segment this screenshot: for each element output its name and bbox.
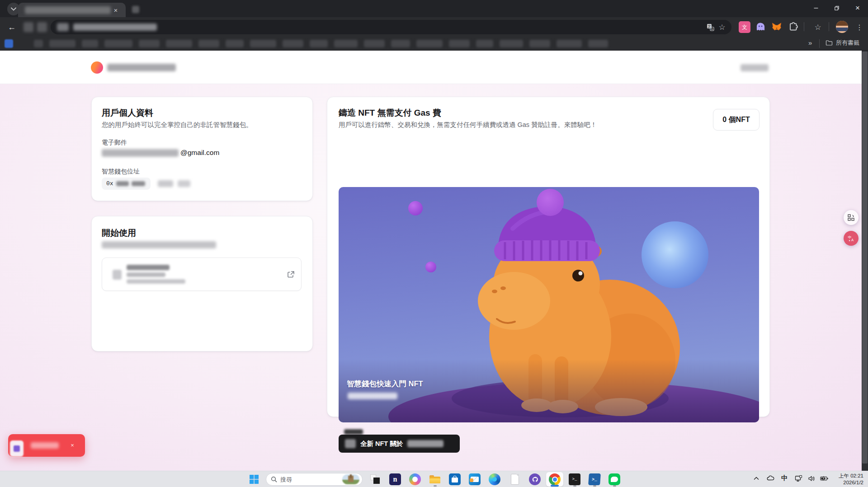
tray-ime-indicator[interactable]: 中 xyxy=(781,474,788,482)
taskbar-powershell-icon[interactable]: >_ xyxy=(588,473,601,485)
start-button[interactable] xyxy=(248,473,260,485)
bookmarks-overflow-button[interactable]: » xyxy=(808,39,812,47)
bookmark-items-redacted[interactable] xyxy=(34,40,608,47)
translate-page-icon[interactable]: 文A xyxy=(704,21,716,33)
tray-battery-icon[interactable] xyxy=(820,475,829,482)
taskbar-outlook-icon[interactable] xyxy=(469,473,481,485)
bookmarks-divider xyxy=(819,39,820,48)
taskbar-line-icon[interactable] xyxy=(609,473,620,485)
puzzle-icon xyxy=(788,21,798,32)
explorer-running-indicator xyxy=(434,485,437,487)
nft-image[interactable]: 智慧錢包快速入門 NFT xyxy=(339,187,759,422)
taskbar-search[interactable] xyxy=(266,473,363,486)
redacted-site-title xyxy=(107,64,176,71)
line-running-indicator xyxy=(613,485,616,487)
redacted-wallet-1 xyxy=(116,181,129,186)
forward-button-redacted[interactable] xyxy=(24,22,33,32)
redacted-wallet-action-2[interactable] xyxy=(178,180,190,187)
profile-avatar[interactable] xyxy=(836,21,848,33)
email-domain: @gmail.com xyxy=(180,149,219,157)
powershell-running-indicator xyxy=(593,485,596,487)
wallet-address-label: 智慧錢包位址 xyxy=(102,168,140,176)
wallet-address-prefix: 0x xyxy=(106,180,113,187)
tray-network-icon[interactable] xyxy=(795,475,802,482)
taskbar-chrome-icon[interactable] xyxy=(549,473,561,485)
search-icon xyxy=(271,476,277,482)
redacted-link-icon xyxy=(113,270,122,280)
tray-date: 2026/1/2 xyxy=(839,479,863,486)
redacted-start-description xyxy=(102,241,216,248)
avatar-mask xyxy=(836,28,848,31)
redacted-wallet-2 xyxy=(132,181,145,186)
taskbar-explorer-icon[interactable] xyxy=(429,473,441,485)
back-button[interactable]: ← xyxy=(5,21,18,33)
ghost-icon xyxy=(755,21,766,33)
translate-中A-icon: 中A xyxy=(847,234,855,242)
window-restore-button[interactable] xyxy=(826,0,847,16)
site-logo[interactable] xyxy=(91,61,103,74)
window-minimize-button[interactable] xyxy=(806,0,826,16)
grid-capture-icon xyxy=(848,214,855,221)
start-card-title: 開始使用 xyxy=(102,227,136,239)
reload-button-redacted[interactable] xyxy=(37,22,47,32)
browser-titlebar: × × xyxy=(0,0,868,17)
bookmark-star-icon[interactable]: ☆ xyxy=(716,21,728,33)
chrome-menu-icon[interactable]: ⋮ xyxy=(854,21,865,33)
line-bubble xyxy=(611,477,618,482)
window-close-button[interactable]: × xyxy=(847,0,868,16)
start-link-item[interactable] xyxy=(102,258,302,291)
extension-translate-icon[interactable]: 文 xyxy=(739,21,750,33)
taskbar-edge-icon[interactable] xyxy=(489,473,500,485)
tray-volume-icon[interactable] xyxy=(808,475,815,482)
taskbar-notion-icon[interactable]: n xyxy=(389,473,401,485)
address-bar[interactable]: 文A ☆ xyxy=(51,20,731,34)
redacted-link-line2 xyxy=(127,272,165,277)
scrollbar-thumb[interactable] xyxy=(862,52,868,464)
side-widget-capture-button[interactable] xyxy=(844,210,859,225)
extension-phantom-icon[interactable] xyxy=(755,21,766,33)
tray-time: 上午 02:21 xyxy=(839,473,863,479)
search-highlight-graphic[interactable] xyxy=(342,474,359,484)
chrome-active-indicator xyxy=(551,485,559,487)
nft-card: 鑄造 NFT 無需支付 Gas 費 用戶可以進行鑄幣、交易和兌換，無需支付任何手… xyxy=(327,97,770,417)
site-info-icon-redacted[interactable] xyxy=(57,23,69,31)
taskbar-document-icon[interactable] xyxy=(509,473,521,485)
search-input[interactable] xyxy=(280,476,342,483)
side-widget-translate-button[interactable]: 中A xyxy=(844,231,859,246)
nft-image-caption: 智慧錢包快速入門 NFT xyxy=(347,379,423,389)
all-bookmarks-button[interactable]: 所有書籤 xyxy=(826,39,859,47)
taskbar-app-blackwhite[interactable] xyxy=(369,473,381,485)
redacted-header-action[interactable] xyxy=(741,64,769,71)
cmd-running-indicator xyxy=(573,485,576,487)
extension-metamask-icon[interactable] xyxy=(771,21,782,32)
redacted-caption-line2 xyxy=(348,393,397,399)
taskbar-github-icon[interactable] xyxy=(529,473,541,485)
redacted-wallet-action-1[interactable] xyxy=(158,180,173,187)
toast-close-button[interactable]: × xyxy=(68,440,77,450)
wallet-address-pill[interactable]: 0x xyxy=(102,178,151,190)
redacted-toast-text xyxy=(31,442,59,449)
bookmark-lists-icon[interactable]: ☆ xyxy=(812,21,824,33)
extensions-puzzle-icon[interactable] xyxy=(788,21,798,32)
new-tab-button[interactable] xyxy=(132,6,139,13)
page-scrollbar[interactable] xyxy=(862,51,868,471)
taskbar-cmd-icon[interactable]: >_ xyxy=(569,473,580,485)
toast-icon-inner xyxy=(14,445,20,452)
octocat-icon xyxy=(531,476,539,483)
redacted-tab-title xyxy=(25,6,111,14)
restore-icon xyxy=(834,5,840,11)
tray-chevron-icon[interactable] xyxy=(753,475,760,482)
toolbar-divider xyxy=(804,22,804,31)
notification-toast: × xyxy=(8,434,85,457)
tray-clock[interactable]: 上午 02:21 2026/1/2 xyxy=(839,473,863,486)
taskbar-store-icon[interactable] xyxy=(449,473,461,485)
mint-nft-button[interactable]: 全新 NFT 關於 xyxy=(339,435,460,453)
redacted-button-text xyxy=(407,440,443,447)
taskbar-copilot-icon[interactable] xyxy=(409,473,421,485)
tray-onedrive-icon[interactable] xyxy=(767,475,774,482)
minimize-icon xyxy=(813,5,819,11)
browser-tab[interactable]: × xyxy=(18,3,126,17)
external-link-icon xyxy=(287,270,295,279)
bookmark-favicon[interactable] xyxy=(5,39,13,48)
tab-close-button[interactable]: × xyxy=(111,5,121,15)
